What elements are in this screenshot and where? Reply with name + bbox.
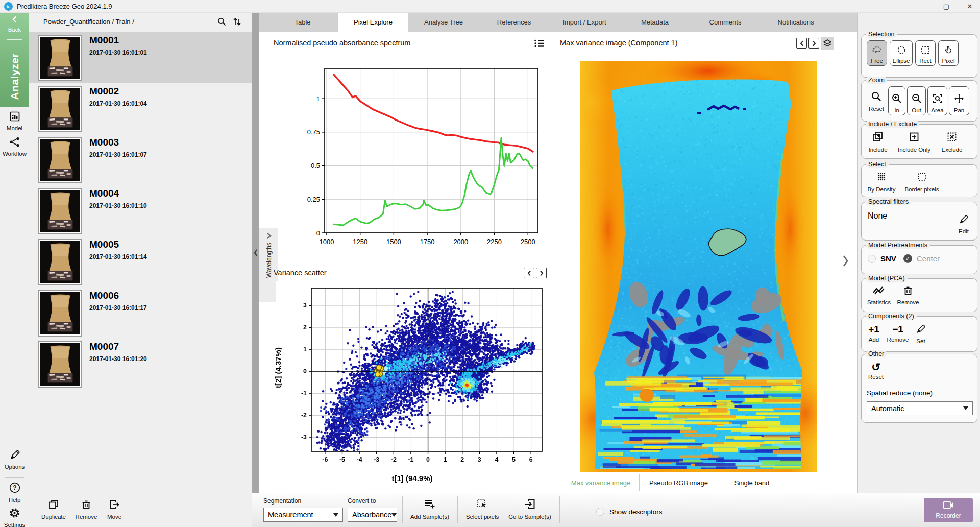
spatial-reduce-dropdown[interactable]: Automatic	[867, 401, 973, 415]
other-reset-button[interactable]: ↺ Reset	[866, 362, 886, 380]
max-variance-image[interactable]	[580, 61, 817, 472]
goto-samples-button[interactable]: Go to Sample(s)	[504, 498, 555, 520]
selection-rect-button[interactable]: Rect	[915, 40, 936, 66]
image-next-button[interactable]	[808, 38, 819, 49]
svg-text:0.5: 0.5	[311, 162, 320, 170]
sample-list-item[interactable]: M0004 2017-01-30 16:01:10	[29, 185, 252, 236]
gear-icon	[9, 507, 20, 521]
sample-list-item[interactable]: M0001 2017-01-30 16:01:01	[29, 32, 252, 83]
breadcrumb[interactable]: Powder_Quantification / Train /	[43, 18, 134, 26]
image-tab-max-variance-image[interactable]: Max variance image	[562, 474, 640, 491]
sample-list-item[interactable]: M0005 2017-01-30 16:01:14	[29, 236, 252, 287]
zoom-pan-button[interactable]: Pan	[949, 86, 969, 115]
sample-timestamp: 2017-01-30 16:01:07	[89, 151, 147, 158]
spatial-reduce-label: Spatial reduce (none)	[867, 389, 933, 397]
select-by-density-button[interactable]: By Density	[865, 171, 898, 193]
model-statistics-button[interactable]: Statistics	[866, 285, 892, 305]
sample-list-item[interactable]: M0002 2017-01-30 16:01:04	[29, 83, 252, 134]
tab-notifications[interactable]: Notifications	[761, 13, 831, 32]
divider	[457, 496, 458, 523]
duplicate-icon	[48, 499, 59, 512]
move-button[interactable]: Move	[103, 499, 126, 520]
component-remove-button[interactable]: −1 Remove	[884, 324, 912, 343]
zoom-reset-button[interactable]: Reset	[866, 91, 887, 112]
remove-button[interactable]: Remove	[72, 499, 100, 520]
maximize-button[interactable]: ▢	[936, 0, 957, 13]
check-circle-icon: ✓	[903, 254, 912, 263]
segmentation-dropdown[interactable]: Measurement	[263, 508, 343, 522]
exclude-button[interactable]: Exclude	[937, 131, 967, 153]
sample-list-item[interactable]: M0007 2017-01-30 16:01:20	[29, 338, 252, 389]
scatter-next-button[interactable]	[536, 268, 547, 278]
sample-list-item[interactable]: M0003 2017-01-30 16:01:07	[29, 134, 252, 185]
window-title: Prediktera Breeze Geo 2024.1.9	[17, 3, 112, 10]
component-add-button[interactable]: +1 Add	[866, 324, 882, 343]
selection-free-button[interactable]: Free	[867, 40, 887, 66]
sidebar-analyzer-section[interactable]: Back Analyzer	[0, 13, 29, 107]
sidebar-item-workflow[interactable]: Workflow	[0, 136, 29, 157]
divider	[5, 477, 24, 478]
pretreatment-snv-option[interactable]: SNV	[868, 254, 896, 263]
sidebar-item-model[interactable]: Model	[0, 111, 29, 131]
pretreatment-center-option[interactable]: ✓ Center	[903, 254, 940, 263]
sort-icon[interactable]	[232, 17, 242, 29]
model-remove-button[interactable]: Remove	[895, 285, 921, 305]
selection-ellipse-button[interactable]: Ellipse	[890, 40, 913, 66]
spectrum-chart[interactable]: 100012501500175020002250250000.250.50.75…	[284, 53, 545, 257]
lasso-icon	[872, 45, 882, 57]
select-pixels-button[interactable]: Select pixels	[462, 498, 502, 520]
include-button[interactable]: Include	[865, 131, 891, 153]
divider	[7, 39, 22, 40]
bottom-bar-spacer	[252, 493, 259, 527]
video-camera-icon	[943, 501, 954, 511]
segmentation-label: Segmentation	[263, 497, 301, 505]
tab-references[interactable]: References	[479, 13, 549, 32]
panel-splitter[interactable]	[252, 13, 259, 493]
select-border-pixels-button[interactable]: Border pixels	[900, 171, 943, 193]
title-bar: b. Prediktera Breeze Geo 2024.1.9 – ▢ ✕	[0, 0, 980, 13]
image-tab-pseudo-rgb-image[interactable]: Pseudo RGB image	[640, 474, 718, 491]
sample-id: M0004	[89, 188, 119, 199]
sidebar-item-options[interactable]: Options	[0, 449, 29, 470]
convert-to-dropdown[interactable]: Absorbance	[348, 508, 397, 522]
component-set-button[interactable]: Set	[913, 324, 929, 344]
right-panel-collapse-handle[interactable]	[842, 254, 849, 270]
scatter-prev-button[interactable]	[524, 268, 534, 278]
layers-button[interactable]	[821, 37, 834, 50]
duplicate-button[interactable]: Duplicate	[38, 499, 69, 520]
search-icon[interactable]	[217, 17, 227, 29]
close-button[interactable]: ✕	[960, 0, 980, 13]
help-icon: ?	[9, 482, 21, 496]
sample-thumbnail	[38, 86, 82, 132]
pan-arrows-icon	[953, 93, 965, 106]
image-tab-single-band[interactable]: Single band	[718, 474, 786, 491]
spectral-filters-edit-button[interactable]: Edit	[959, 214, 969, 234]
tab-import-export[interactable]: Import / Export	[549, 13, 620, 32]
zoom-in-button[interactable]: In	[888, 86, 905, 115]
sample-id: M0002	[89, 86, 119, 97]
tab-metadata[interactable]: Metadata	[620, 13, 690, 32]
sidebar-item-settings[interactable]: Settings	[0, 507, 29, 527]
model-icon	[9, 111, 20, 124]
image-prev-button[interactable]	[796, 38, 807, 49]
include-icon	[872, 131, 884, 145]
selection-pixel-button[interactable]: Pixel	[938, 40, 959, 66]
show-descriptors-toggle[interactable]: Show descriptors	[596, 508, 663, 516]
minimize-button[interactable]: –	[913, 0, 933, 13]
sample-thumbnail	[38, 290, 82, 337]
recorder-button[interactable]: Recorder	[924, 498, 973, 522]
add-samples-button[interactable]: Add Sample(s)	[406, 498, 453, 520]
variance-scatter-chart[interactable]	[276, 281, 549, 490]
tab-table[interactable]: Table	[267, 13, 338, 32]
spectrum-legend-button[interactable]	[533, 37, 545, 50]
dotted-outline-icon	[916, 171, 928, 185]
back-button[interactable]: Back	[0, 27, 29, 33]
zoom-area-button[interactable]: Area	[927, 86, 947, 115]
sidebar-item-help[interactable]: ? Help	[0, 482, 29, 503]
zoom-out-button[interactable]: Out	[907, 86, 926, 115]
tab-pixel-explore[interactable]: Pixel Explore	[338, 13, 408, 32]
tab-analyse-tree[interactable]: Analyse Tree	[408, 13, 479, 32]
include-only-button[interactable]: Include Only	[893, 131, 935, 153]
tab-comments[interactable]: Comments	[690, 13, 761, 32]
sample-list-item[interactable]: M0006 2017-01-30 16:01:17	[29, 287, 252, 338]
